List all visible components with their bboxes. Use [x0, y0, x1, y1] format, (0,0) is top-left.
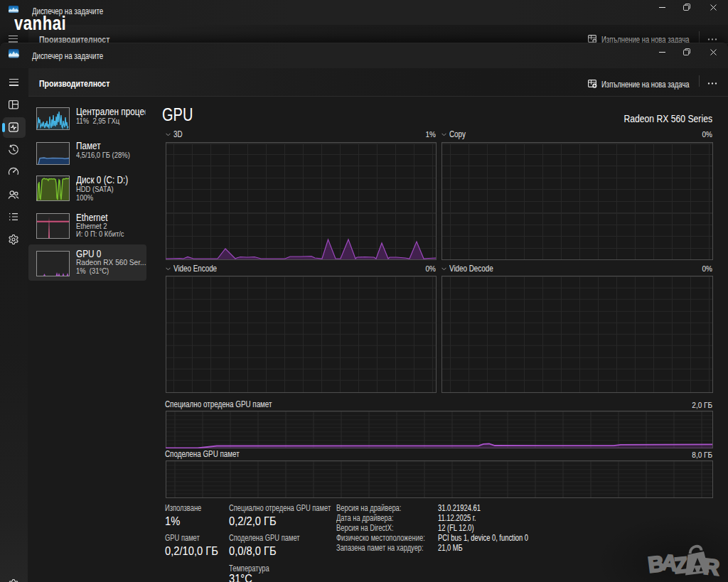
svg-text:R: R — [702, 554, 721, 580]
